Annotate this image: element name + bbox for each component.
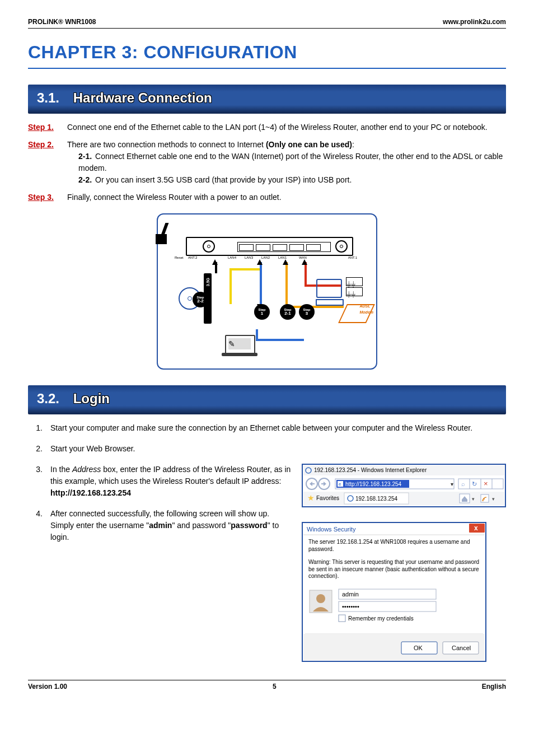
header-right: www.prolink2u.com bbox=[443, 17, 506, 27]
refresh-icon[interactable]: ↻ bbox=[472, 480, 477, 487]
svg-text:e: e bbox=[339, 482, 341, 487]
laptop-icon: ✎ bbox=[225, 335, 255, 354]
footer-version: Version 1.00 bbox=[28, 682, 67, 692]
step-badge-22: Step2-2 bbox=[193, 292, 208, 307]
hardware-diagram: ANT.2 ANT.1 Reset LAN4 LAN3 LAN2 LAN1 WA… bbox=[157, 213, 377, 370]
login-3-text: In the Address box, enter the IP address… bbox=[50, 464, 295, 499]
stop-icon[interactable]: × bbox=[484, 479, 488, 488]
label-reset: Reset bbox=[175, 255, 184, 260]
section-31-title: Hardware Connection bbox=[73, 90, 212, 105]
label-ant2: ANT.2 bbox=[188, 255, 197, 260]
remember-checkbox[interactable] bbox=[339, 615, 345, 622]
label-adsl: ADSL bbox=[359, 304, 370, 308]
login-4-pass: password bbox=[231, 521, 267, 530]
section-32-title: Login bbox=[73, 391, 110, 406]
login-steps: 1.Start your computer and make sure the … bbox=[28, 422, 506, 665]
svg-text:▾: ▾ bbox=[492, 496, 495, 502]
section-32-num: 3.2. bbox=[37, 391, 59, 406]
favorites-label[interactable]: Favorites bbox=[316, 495, 339, 501]
step-2-intro-post: : bbox=[352, 140, 354, 149]
login-3-url: http://192.168.123.254 bbox=[50, 488, 131, 497]
label-lan4: LAN4 bbox=[228, 255, 236, 260]
svg-point-27 bbox=[316, 594, 325, 603]
router-icon: ANT.2 ANT.1 Reset LAN4 LAN3 LAN2 LAN1 WA… bbox=[175, 237, 359, 262]
login-4-num: 4. bbox=[28, 508, 43, 520]
login-4-text: After connected successfully, the follow… bbox=[50, 508, 295, 543]
label-3g: 3.5G bbox=[205, 278, 210, 286]
plug-icon: ⏚⏚ bbox=[346, 287, 363, 296]
svg-text:Cancel: Cancel bbox=[452, 645, 471, 651]
step-2-body: There are two connection methods to conn… bbox=[67, 139, 506, 186]
dialog-msg1: The server 192.168.1.254 at WNR1008 requ… bbox=[308, 539, 480, 553]
svg-text:⌕: ⌕ bbox=[461, 480, 465, 487]
footer-page: 5 bbox=[273, 682, 277, 692]
remember-label: Remember my credentials bbox=[348, 615, 414, 622]
step-2-2-num: 2-2. bbox=[78, 175, 92, 184]
svg-text:OK: OK bbox=[414, 645, 423, 651]
login-1-num: 1. bbox=[28, 422, 43, 434]
svg-text:▾: ▾ bbox=[472, 496, 475, 502]
browser-window: 192.168.123.254 - Windows Internet Explo… bbox=[302, 464, 506, 507]
step-1-label: Step 1. bbox=[28, 122, 62, 133]
step-3-body: Finally, connect the Wireless Router wit… bbox=[67, 192, 506, 203]
page-header: PROLiNK® WNR1008 www.prolink2u.com bbox=[28, 17, 506, 29]
step-2: Step 2. There are two connection methods… bbox=[28, 139, 506, 186]
section-31-num: 3.1. bbox=[37, 90, 59, 105]
chapter-title: CHAPTER 3: CONFIGURATION bbox=[28, 39, 506, 69]
password-value: •••••••• bbox=[342, 603, 359, 610]
svg-text:▾: ▾ bbox=[451, 481, 453, 487]
login-2-text: Start your Web Browser. bbox=[50, 443, 506, 455]
svg-point-20 bbox=[483, 500, 484, 501]
browser-title: 192.168.123.254 - Windows Internet Explo… bbox=[314, 467, 427, 473]
step-3-label: Step 3. bbox=[28, 192, 62, 203]
svg-text:x: x bbox=[474, 524, 478, 532]
step-1-body: Connect one end of the Ethernet cable to… bbox=[67, 122, 506, 133]
dialog-msg2: Warning: This server is requesting that … bbox=[308, 559, 480, 580]
footer-lang: English bbox=[482, 682, 506, 692]
label-lan2: LAN2 bbox=[261, 255, 270, 260]
header-left: PROLiNK® WNR1008 bbox=[28, 17, 96, 27]
dialog-title: Windows Security bbox=[307, 526, 356, 533]
login-2-num: 2. bbox=[28, 443, 43, 455]
security-dialog: Windows Security x The server 192.168.1.… bbox=[302, 522, 486, 662]
feed-icon[interactable] bbox=[481, 494, 489, 502]
star-icon[interactable]: ★ bbox=[307, 493, 315, 502]
step-2-1: 2-1. Connect Ethernet cable one end to t… bbox=[78, 151, 506, 174]
step-2-intro-bold: (Only one can be used) bbox=[266, 140, 352, 149]
step-2-intro-pre: There are two connection methods to conn… bbox=[67, 140, 266, 149]
section-heading-32: 3.2. Login bbox=[28, 385, 506, 414]
step-3: Step 3. Finally, connect the Wireless Ro… bbox=[28, 192, 506, 203]
section-heading-31: 3.1. Hardware Connection bbox=[28, 85, 506, 114]
step-2-2: 2-2. Or you can insert 3.5G USB card (th… bbox=[78, 174, 506, 186]
browser-tab[interactable]: 192.168.123.254 bbox=[355, 496, 398, 502]
label-ant1: ANT.1 bbox=[348, 255, 357, 260]
login-3-address-word: Address bbox=[72, 465, 101, 474]
login-4-user: admin bbox=[149, 521, 172, 530]
login-1-text: Start your computer and make sure the co… bbox=[50, 422, 506, 434]
page-footer: Version 1.00 5 English bbox=[28, 680, 506, 692]
step-2-label: Step 2. bbox=[28, 139, 62, 151]
step-2-2-text: Or you can insert 3.5G USB card (that pr… bbox=[93, 175, 352, 184]
username-value: admin bbox=[342, 591, 359, 598]
label-modem: Modem bbox=[359, 310, 373, 314]
plug-icon: ⏚⏚ bbox=[346, 277, 363, 286]
login-3-num: 3. bbox=[28, 464, 43, 475]
step-badge-21: Step2-1 bbox=[280, 304, 296, 320]
step-badge-3: Step3 bbox=[299, 304, 315, 320]
browser-url[interactable]: http://192.168.123.254 bbox=[345, 481, 402, 487]
pc-icon bbox=[316, 279, 342, 298]
step-2-1-text: Connect Ethernet cable one end to the WA… bbox=[78, 152, 503, 172]
step-2-1-num: 2-1. bbox=[78, 152, 92, 161]
label-lan3: LAN3 bbox=[245, 255, 253, 260]
step-badge-1: Step1 bbox=[254, 304, 270, 320]
step-1: Step 1. Connect one end of the Ethernet … bbox=[28, 122, 506, 133]
